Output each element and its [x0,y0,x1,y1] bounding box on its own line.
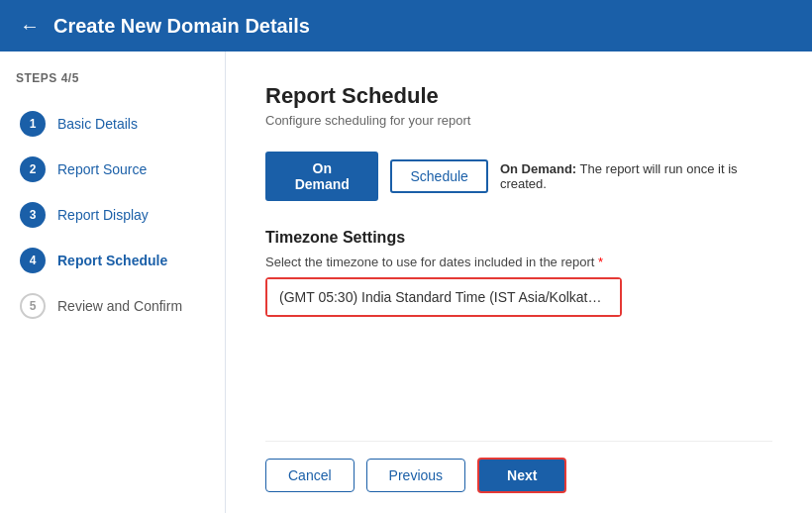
sidebar-item-label-3: Report Display [57,207,149,223]
sidebar-item-review-confirm[interactable]: 5 Review and Confirm [16,283,209,329]
required-marker: * [598,255,603,269]
content-area: Report Schedule Configure scheduling for… [226,51,812,513]
page-title: Create New Domain Details [53,15,310,38]
sidebar-item-report-source[interactable]: 2 Report Source [16,147,209,192]
toggle-description: On Demand: The report will run once it i… [500,161,772,191]
sidebar-item-basic-details[interactable]: 1 Basic Details [16,101,209,147]
back-icon[interactable]: ← [20,15,40,38]
schedule-button[interactable]: Schedule [390,159,487,193]
step-circle-2: 2 [20,156,46,182]
sidebar-item-report-display[interactable]: 3 Report Display [16,192,209,238]
sidebar: STEPS 4/5 1 Basic Details 2 Report Sourc… [0,51,226,513]
content-subtitle: Configure scheduling for your report [265,113,772,128]
next-button[interactable]: Next [477,458,566,493]
page-header: ← Create New Domain Details [0,0,812,51]
timezone-select-wrapper[interactable]: (GMT 05:30) India Standard Time (IST Asi… [265,277,622,317]
on-demand-button[interactable]: On Demand [265,152,378,201]
steps-label: STEPS 4/5 [16,71,209,85]
timezone-section-heading: Timezone Settings [265,229,772,247]
step-circle-3: 3 [20,202,46,228]
sidebar-item-label-2: Report Source [57,161,147,177]
cancel-button[interactable]: Cancel [265,459,355,492]
timezone-field-label: Select the timezone to use for dates inc… [265,255,772,269]
step-circle-5: 5 [20,293,46,319]
timezone-section: Timezone Settings Select the timezone to… [265,229,772,317]
timezone-select[interactable]: (GMT 05:30) India Standard Time (IST Asi… [267,279,620,315]
step-circle-4: 4 [20,248,46,273]
content-title: Report Schedule [265,83,772,109]
toggle-description-prefix: On Demand: [500,161,576,176]
footer-row: Cancel Previous Next [265,441,772,493]
schedule-toggle-row: On Demand Schedule On Demand: The report… [265,152,772,201]
sidebar-item-report-schedule[interactable]: 4 Report Schedule [16,238,209,283]
sidebar-item-label-5: Review and Confirm [57,298,182,314]
step-circle-1: 1 [20,111,46,137]
previous-button[interactable]: Previous [366,459,465,492]
main-layout: STEPS 4/5 1 Basic Details 2 Report Sourc… [0,51,812,513]
sidebar-item-label-4: Report Schedule [57,253,167,268]
sidebar-item-label-1: Basic Details [57,116,138,132]
